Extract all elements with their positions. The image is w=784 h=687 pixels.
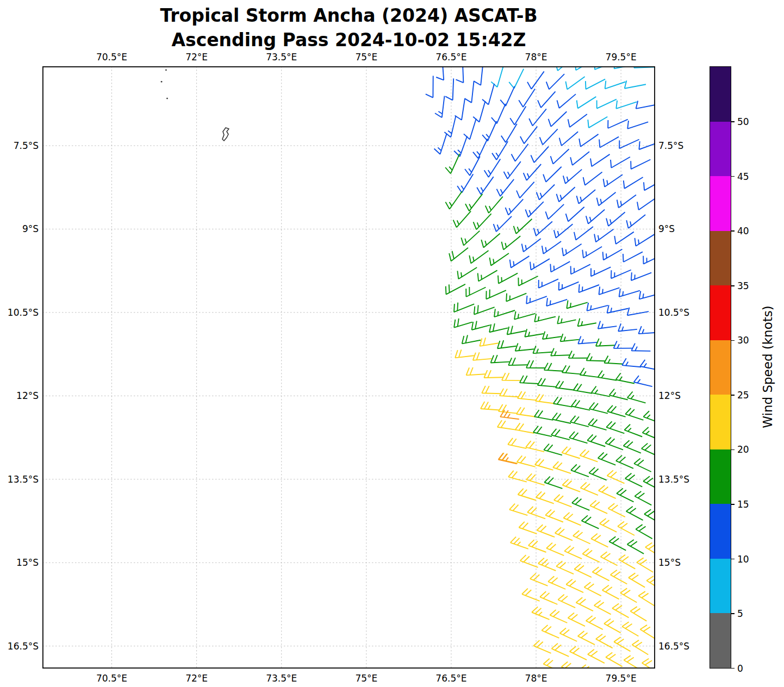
wind-barb: [500, 86, 514, 106]
wind-barb: [494, 216, 512, 232]
wind-barb: [567, 301, 587, 309]
wind-barb: [480, 338, 499, 346]
y-tick-label-left: 15°S: [16, 557, 39, 568]
x-tick-label-bottom: 72°E: [185, 673, 208, 684]
wind-barb: [640, 360, 656, 370]
wind-barb: [526, 360, 545, 368]
wind-barb: [532, 607, 549, 620]
gridlines: [42, 66, 655, 669]
wind-barb: [599, 485, 616, 498]
wind-barb: [555, 528, 573, 541]
colorbar-tick-label: 0: [737, 663, 743, 674]
wind-barb: [478, 270, 497, 281]
wind-barb: [565, 77, 584, 90]
colorbar-tick: [731, 340, 735, 341]
y-tick-label-left: 10.5°S: [8, 307, 39, 318]
wind-barb: [435, 96, 445, 118]
wind-barb: [606, 212, 625, 226]
wind-barb: [454, 136, 467, 157]
wind-barb: [622, 622, 638, 636]
y-tick-label-left: 7.5°S: [14, 140, 39, 151]
wind-barb: [542, 625, 559, 638]
colorbar-tick: [731, 121, 735, 122]
wind-barb: [576, 597, 593, 611]
wind-barb: [605, 81, 626, 89]
wind-barb: [551, 429, 570, 440]
wind-barb: [540, 591, 557, 604]
y-tick-label-right: 16.5°S: [658, 641, 689, 652]
wind-barb: [571, 264, 590, 274]
wind-barb: [508, 471, 527, 482]
wind-barb: [449, 248, 468, 261]
wind-barbs: [426, 66, 655, 669]
wind-barb: [497, 340, 517, 348]
wind-barb: [608, 120, 628, 128]
wind-barb: [497, 179, 514, 196]
wind-barb: [534, 222, 552, 236]
wind-barb: [642, 659, 655, 669]
wind-barb: [599, 137, 619, 148]
wind-barb: [472, 321, 490, 330]
wind-barb: [518, 391, 537, 400]
wind-barb: [525, 329, 544, 337]
wind-barb: [590, 154, 610, 166]
colorbar-tick-label: 50: [737, 116, 749, 127]
wind-barb: [636, 524, 652, 539]
wind-barb: [612, 604, 629, 618]
wind-barb: [614, 232, 634, 244]
wind-barb: [563, 170, 582, 184]
wind-barb: [524, 164, 542, 180]
wind-barb: [489, 323, 508, 332]
wind-barb: [559, 282, 579, 290]
colorbar-tick: [731, 504, 735, 505]
wind-barb: [570, 646, 587, 660]
x-tick-label-top: 73.5°E: [266, 52, 297, 63]
wind-barb: [570, 416, 589, 427]
wind-barb: [538, 91, 556, 108]
wind-barb: [544, 477, 562, 489]
wind-barb: [636, 101, 655, 109]
wind-barb: [500, 410, 519, 419]
wind-barb: [526, 296, 547, 304]
colorbar-tick: [731, 449, 735, 451]
wind-barb: [602, 585, 619, 599]
wind-barb: [596, 339, 615, 346]
colorbar-segment: [710, 504, 731, 559]
wind-barb: [543, 332, 562, 339]
wind-barb: [543, 167, 562, 182]
wind-barb: [530, 259, 550, 270]
wind-barb: [609, 389, 628, 400]
wind-barb: [634, 491, 651, 505]
wind-barb: [508, 358, 527, 365]
wind-barb: [522, 589, 540, 601]
wind-barb: [643, 254, 655, 264]
wind-barb: [640, 625, 656, 640]
wind-barb: [540, 129, 558, 145]
wind-barb: [499, 453, 517, 464]
wind-barb: [574, 227, 593, 240]
islet-dot: [161, 81, 163, 83]
wind-barb: [625, 408, 643, 420]
x-tick-label-top: 72°E: [185, 52, 208, 63]
wind-barb: [512, 144, 528, 161]
plot-frame: [43, 67, 655, 668]
x-tick-label-bottom: 76.5°E: [435, 673, 466, 684]
wind-barb: [546, 74, 564, 89]
wind-barb: [573, 530, 590, 544]
wind-barb-map: [42, 66, 655, 669]
wind-barb: [619, 289, 640, 297]
wind-barb: [562, 479, 580, 492]
wind-barb: [491, 104, 506, 124]
wind-barb: [591, 534, 608, 547]
wind-barb: [454, 318, 472, 328]
wind-barb: [539, 279, 558, 288]
wind-barb: [553, 397, 573, 407]
colorbar-segment: [710, 67, 731, 122]
wind-barb: [618, 522, 634, 536]
colorbar-segment: [710, 559, 731, 614]
wind-barb: [574, 564, 592, 578]
wind-barb: [546, 543, 564, 556]
wind-barb: [622, 358, 641, 367]
wind-barb: [606, 421, 624, 433]
wind-barb: [603, 174, 623, 187]
